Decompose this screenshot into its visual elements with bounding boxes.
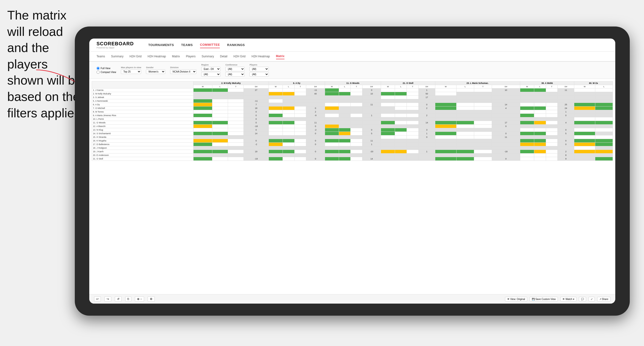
zoom-button[interactable]: ⊕ − (135, 296, 144, 302)
matrix-cell (407, 132, 419, 135)
matrix-cell (381, 110, 395, 114)
redo-button[interactable]: ↪ (104, 296, 111, 302)
matrix-cell (325, 125, 339, 128)
player-name-cell: 3. S Jelinek (92, 96, 194, 99)
matrix-cell (339, 107, 350, 110)
matrix-cell (395, 146, 407, 150)
refresh-button[interactable]: ↺ (115, 296, 122, 302)
subnav-h2h-grid2[interactable]: H2H Grid (233, 54, 246, 59)
compact-view-radio[interactable]: Compact View (96, 71, 116, 74)
matrix-cell (456, 132, 474, 135)
matrix-cell (212, 157, 228, 161)
matrix-cell (339, 135, 350, 139)
matrix-cell: 9 (558, 157, 574, 161)
view-original-button[interactable]: 👁 View: Original (505, 297, 527, 301)
matrix-cell (574, 117, 595, 121)
matrix-cell (339, 139, 350, 143)
matrix-cell (193, 157, 212, 161)
expand-icon: ⤢ (591, 298, 592, 301)
matrix-cell: 0 (418, 103, 435, 107)
subnav-matrix[interactable]: Matrix (172, 54, 180, 59)
matrix-cell (339, 114, 350, 117)
matrix-cell (325, 128, 339, 132)
region-all-select[interactable]: (All) (201, 72, 220, 77)
sub-t2: T (294, 85, 306, 88)
players-select[interactable]: (All) (250, 67, 269, 71)
nav-teams[interactable]: TEAMS (181, 42, 193, 48)
region-select[interactable]: East - DII (All) (201, 67, 220, 71)
matrix-cell (520, 154, 534, 157)
save-custom-button[interactable]: 💾 Save Custom View (530, 297, 558, 301)
matrix-cell (574, 114, 595, 117)
subnav-h2h-heatmap2[interactable]: H2H Heatmap (252, 54, 270, 59)
subnav-players[interactable]: Players (186, 54, 196, 59)
matrix-cell (306, 103, 325, 107)
matrix-cell (350, 128, 362, 132)
matrix-cell (228, 88, 244, 92)
matrix-cell (306, 117, 325, 121)
conference-select[interactable]: (All) (225, 67, 245, 71)
matrix-cell: 0 (492, 125, 520, 128)
max-players-select[interactable]: Top 25 Top 50 All (121, 69, 141, 74)
matrix-cell (574, 143, 595, 146)
nav-committee[interactable]: COMMITTEE (200, 42, 220, 48)
matrix-cell (193, 92, 212, 96)
subnav-matrix2[interactable]: Matrix (276, 53, 284, 59)
undo-button[interactable]: ↩ (94, 296, 101, 302)
players-all-select[interactable]: (All) (250, 72, 269, 77)
subnav-h2h-heatmap[interactable]: H2H Heatmap (148, 54, 166, 59)
matrix-cell (339, 143, 350, 146)
matrix-cell (294, 110, 306, 114)
gender-select[interactable]: Women's Men's (146, 69, 165, 74)
matrix-cell (546, 135, 558, 139)
matrix-cell (350, 92, 362, 96)
matrix-cell (283, 154, 294, 157)
matrix-cell (534, 114, 546, 117)
matrix-cell: 0 (492, 132, 520, 135)
subnav-teams[interactable]: Teams (96, 54, 105, 59)
matrix-cell (520, 103, 534, 107)
matrix-cell (474, 96, 492, 99)
subnav-summary2[interactable]: Summary (202, 54, 214, 59)
matrix-cell (193, 96, 212, 99)
player-name-cell: 14. S Srichantamit (92, 132, 194, 135)
share-button[interactable]: ↗ Share (597, 297, 610, 301)
matrix-cell (294, 114, 306, 117)
matrix-cell (294, 88, 306, 92)
conference-all-select[interactable]: (All) (225, 72, 245, 77)
matrix-cell (435, 88, 456, 92)
settings-button[interactable]: ⚙ (148, 296, 155, 302)
nav-rankings[interactable]: RANKINGS (227, 42, 245, 48)
matrix-cell (212, 114, 228, 117)
nav-tournaments[interactable]: TOURNAMENTS (148, 42, 174, 48)
col-header-stoll: 21. O Stoll (381, 81, 435, 85)
matrix-cell (595, 154, 613, 157)
player-name-cell: 19. J Karrh (92, 150, 194, 154)
subnav-summary[interactable]: Summary (111, 54, 123, 59)
matrix-cell (456, 114, 474, 117)
division-select[interactable]: NCAA Division II NCAA Division I NCAA Di… (170, 69, 196, 74)
matrix-cell (595, 92, 613, 96)
matrix-cell (395, 88, 407, 92)
matrix-cell (595, 128, 613, 132)
expand-button[interactable]: ⤢ (588, 297, 595, 301)
matrix-cell: 0 (306, 157, 325, 161)
matrix-cell (456, 146, 474, 150)
matrix-cell (339, 128, 350, 132)
matrix-cell (212, 154, 228, 157)
watch-button[interactable]: 👁 Watch ▾ (560, 297, 576, 301)
full-view-radio[interactable]: Full View (96, 67, 116, 70)
matrix-cell (546, 157, 558, 161)
matrix-cell (395, 139, 407, 143)
comment-button[interactable]: 💬 (579, 297, 586, 301)
matrix-cell (456, 135, 474, 139)
matrix-cell (212, 92, 228, 96)
sub-l3: L (339, 85, 350, 88)
matrix-cell (574, 110, 595, 114)
matrix-cell (595, 114, 613, 117)
subnav-detail[interactable]: Detail (220, 54, 228, 59)
copy-button[interactable]: ⎘ (125, 296, 131, 302)
subnav-h2h-grid[interactable]: H2H Grid (130, 54, 142, 59)
matrix-cell (574, 150, 595, 154)
matrix-cell (381, 146, 395, 150)
